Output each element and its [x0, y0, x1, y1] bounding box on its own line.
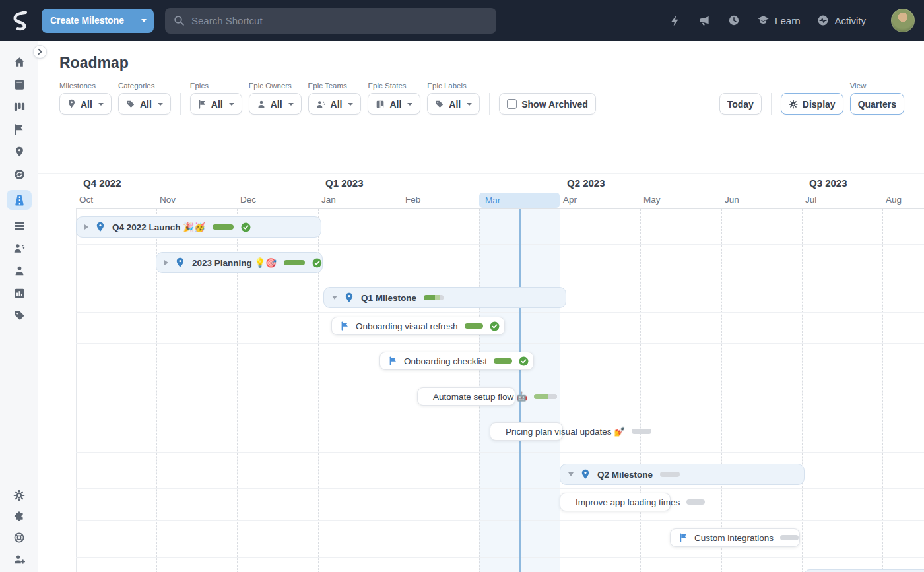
learn-label: Learn: [775, 15, 800, 26]
grid-row-line: [76, 343, 924, 344]
create-milestone-label: Create Milestone: [42, 15, 133, 26]
quarter-label: Q2 2023: [567, 177, 605, 189]
filter-value: All: [389, 99, 401, 110]
month-label: Oct: [79, 195, 93, 205]
sidebar-bottom-nav: [7, 489, 32, 565]
search-input[interactable]: [165, 8, 496, 34]
month-label: May: [644, 195, 661, 205]
milestone-bar-2023-planning[interactable]: 2023 Planning 💡🎯: [156, 252, 323, 273]
expand-chevron-icon[interactable]: [84, 224, 88, 230]
today-button[interactable]: Today: [719, 93, 762, 115]
sidebar-item-invite[interactable]: [7, 552, 32, 565]
sidebar-item-milestones[interactable]: [7, 145, 32, 158]
epic-bar-automate-setup-flow[interactable]: Automate setup flow 🤖: [417, 387, 515, 406]
shortcut-logo[interactable]: [9, 9, 30, 32]
sidebar-item-home[interactable]: [7, 55, 32, 69]
display-button[interactable]: Display: [781, 93, 843, 115]
filter-value: All: [331, 99, 343, 110]
milestone-label: 2023 Planning 💡🎯: [192, 257, 277, 268]
activity-menu[interactable]: Activity: [817, 15, 866, 26]
search-bar: [165, 8, 496, 34]
collapse-chevron-icon[interactable]: [568, 472, 574, 476]
month-label: Aug: [886, 195, 902, 205]
sidebar-item-reports[interactable]: [7, 286, 32, 300]
megaphone-button[interactable]: [698, 15, 711, 27]
grid-row-line: [76, 520, 924, 521]
chevron-down-icon: [98, 103, 104, 106]
quarter-label: Q1 2023: [325, 177, 364, 189]
milestone-bar-q4-2022-launch[interactable]: Q4 2022 Launch 🎉🥳: [76, 216, 321, 238]
main-content: Roadmap Milestones All Categories All Ep…: [38, 41, 924, 572]
shortcut-logo-icon: [9, 9, 30, 32]
sidebar-item-integrations[interactable]: [7, 510, 32, 523]
filter-value: All: [81, 99, 92, 110]
epic-bar-custom-integrations[interactable]: Custom integrations: [670, 528, 800, 547]
filter-value: All: [449, 99, 461, 110]
epic-label: Automate setup flow 🤖: [433, 391, 527, 402]
epic-bar-onboarding-visual-refresh[interactable]: Onboarding visual refresh: [331, 317, 505, 335]
sidebar-item-teams[interactable]: [7, 241, 32, 255]
lightning-button[interactable]: [669, 15, 680, 27]
filter-divider: [180, 93, 181, 115]
sidebar-item-backlog[interactable]: [7, 219, 32, 232]
milestone-bar-q1-milestone[interactable]: Q1 Milestone: [323, 287, 566, 308]
grid-row-line: [76, 244, 924, 245]
milestones-filter-button[interactable]: All: [59, 93, 112, 115]
sidebar-item-iterations[interactable]: [7, 168, 32, 181]
view-label: View: [850, 82, 904, 90]
create-milestone-button[interactable]: Create Milestone: [42, 9, 154, 33]
sidebar-expand-button[interactable]: [33, 45, 47, 59]
view-group: View Quarters: [850, 82, 904, 115]
sidebar-item-members[interactable]: [7, 264, 32, 277]
home-icon: [13, 56, 26, 69]
filter-epics: Epics All: [190, 82, 242, 115]
epic-labels-filter-button[interactable]: All: [427, 93, 480, 115]
categories-filter-button[interactable]: All: [118, 93, 171, 115]
search-icon: [174, 15, 185, 26]
epic-teams-filter-button[interactable]: All: [308, 93, 362, 115]
learn-cap-icon: [757, 15, 770, 26]
milestone-pin-icon: [581, 469, 590, 480]
grid-start-line: [76, 209, 77, 572]
milestone-bar-q3-milestone[interactable]: Q3 Milestone: [803, 569, 924, 572]
sidebar-item-roadmap[interactable]: [7, 190, 32, 210]
create-milestone-dropdown[interactable]: [133, 19, 154, 22]
filter-label: Epic Teams: [308, 82, 362, 90]
filter-label: Epic Owners: [249, 82, 302, 90]
filter-label: Epics: [190, 82, 242, 90]
epic-owners-filter-button[interactable]: All: [249, 93, 302, 115]
collapse-chevron-icon[interactable]: [332, 296, 337, 300]
epic-bar-onboarding-checklist[interactable]: Onboarding checklist: [380, 352, 534, 370]
epics-filter-button[interactable]: All: [190, 93, 242, 115]
epic-label: Improve app loading times: [576, 497, 680, 507]
epic-bar-improve-app-loading-times[interactable]: Improve app loading times: [560, 493, 671, 511]
topbar-right: Learn Activity: [669, 0, 915, 41]
epic-bar-pricing-plan-visual-updates[interactable]: Pricing plan visual updates 💅: [490, 422, 563, 441]
progress-pill: [494, 358, 512, 364]
sidebar-item-settings[interactable]: [7, 489, 32, 502]
learn-menu[interactable]: Learn: [757, 15, 800, 26]
view-controls: Today Display View Quarters: [719, 82, 904, 115]
milestone-bar-q2-milestone[interactable]: Q2 Milestone: [560, 464, 805, 485]
grid-row-line: [76, 379, 924, 379]
sidebar-item-epics[interactable]: [7, 123, 32, 136]
user-avatar[interactable]: [891, 9, 915, 32]
roadmap-road-icon: [13, 194, 26, 207]
filter-value: All: [271, 99, 282, 110]
sidebar: [0, 41, 38, 572]
completed-check-icon: [490, 321, 500, 331]
show-archived-button[interactable]: Show Archived: [499, 93, 596, 115]
show-archived-checkbox[interactable]: [507, 99, 517, 109]
milestone-label: Q2 Milestone: [597, 470, 653, 480]
sidebar-item-labels[interactable]: [7, 309, 32, 322]
epic-states-filter-button[interactable]: All: [368, 93, 420, 115]
sidebar-item-stories[interactable]: [7, 100, 32, 113]
recent-button[interactable]: [728, 15, 740, 26]
milestone-label: Q4 2022 Launch 🎉🥳: [112, 222, 205, 232]
sidebar-item-docs[interactable]: [7, 78, 32, 91]
sidebar-item-help[interactable]: [7, 531, 32, 544]
expand-chevron-icon[interactable]: [164, 260, 168, 265]
view-quarters-button[interactable]: Quarters: [850, 93, 904, 115]
current-month-label: Mar: [479, 193, 560, 208]
epics-flag-icon: [13, 123, 26, 136]
